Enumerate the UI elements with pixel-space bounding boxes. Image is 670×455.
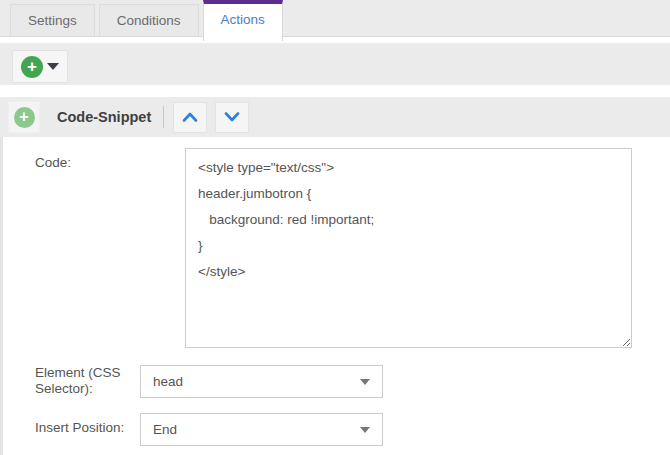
action-editor-panel: Settings Conditions Actions + + Code-Sni… <box>0 0 670 455</box>
tab-settings[interactable]: Settings <box>10 4 95 36</box>
insert-position-value: End <box>153 422 177 437</box>
plus-circle-icon: + <box>14 107 35 128</box>
caret-down-icon <box>360 427 370 433</box>
tab-bar: Settings Conditions Actions <box>0 0 670 37</box>
caret-down-icon <box>360 379 370 385</box>
chevron-down-icon <box>223 110 241 124</box>
insert-position-label: Insert Position: <box>35 420 124 436</box>
move-up-button[interactable] <box>173 102 207 133</box>
code-label: Code: <box>35 155 71 171</box>
code-snippet-section-header: + Code-Snippet <box>0 97 670 137</box>
section-title: Code-Snippet <box>57 109 151 125</box>
element-selector-label: Element (CSS Selector): <box>35 365 141 397</box>
caret-down-icon <box>47 63 59 70</box>
insert-position-dropdown[interactable]: End <box>140 413 383 446</box>
add-action-button[interactable]: + <box>12 50 68 83</box>
divider <box>163 106 164 128</box>
code-snippet-form: Code: <style type="text/css"> header.jum… <box>0 137 670 455</box>
plus-circle-icon: + <box>21 56 43 78</box>
element-selector-value: head <box>153 374 183 389</box>
element-selector-dropdown[interactable]: head <box>140 365 383 398</box>
tab-actions[interactable]: Actions <box>203 0 283 41</box>
chevron-up-icon <box>181 110 199 124</box>
tab-conditions[interactable]: Conditions <box>99 4 199 36</box>
code-textarea[interactable]: <style type="text/css"> header.jumbotron… <box>185 148 632 348</box>
actions-toolbar: + <box>0 43 670 85</box>
add-snippet-button[interactable]: + <box>8 101 40 133</box>
move-down-button[interactable] <box>215 102 249 133</box>
